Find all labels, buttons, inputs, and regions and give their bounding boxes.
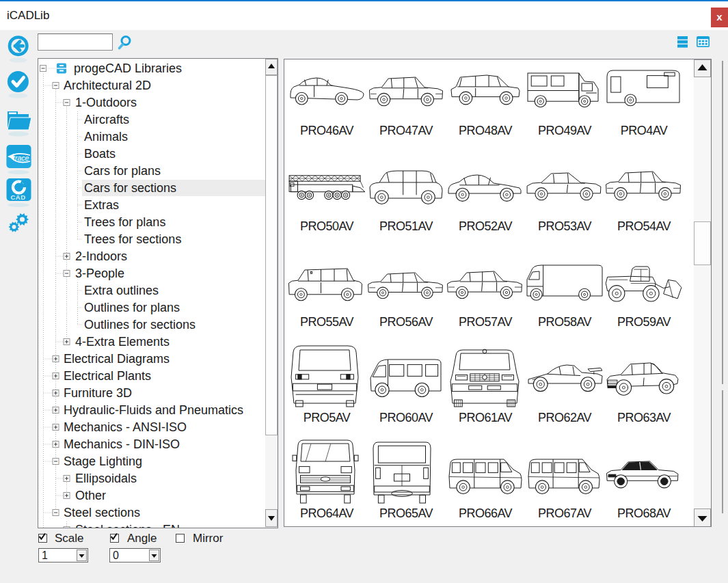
- svg-text:trace: trace: [13, 154, 29, 162]
- svg-text:CAD: CAD: [11, 193, 26, 201]
